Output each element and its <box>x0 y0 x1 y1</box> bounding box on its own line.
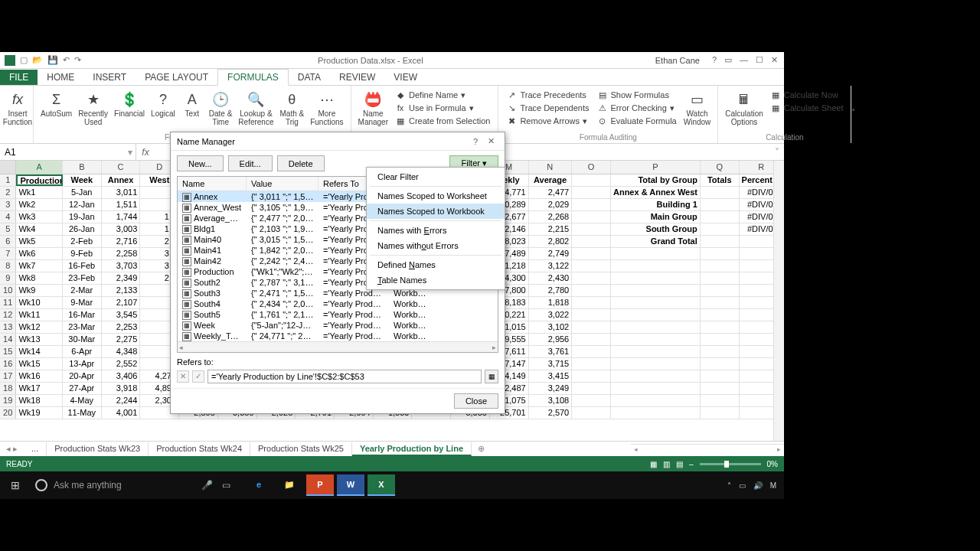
cell[interactable]: Wk11 <box>16 309 62 321</box>
cell[interactable]: 11-May <box>63 407 102 419</box>
view-page-break-icon[interactable]: ▤ <box>676 460 683 468</box>
cell[interactable]: 9-Feb <box>63 248 102 259</box>
refers-to-confirm-icon[interactable]: ✓ <box>192 370 204 383</box>
cell[interactable] <box>701 199 740 210</box>
horizontal-scrollbar[interactable]: ◂▸ <box>631 444 784 455</box>
row-header[interactable]: 9 <box>0 272 16 284</box>
watch-window-button[interactable]: ▭Watch Window <box>681 89 714 128</box>
name-manager-button[interactable]: 📛Name Manager <box>356 89 390 128</box>
cell[interactable]: 2,802 <box>529 236 573 247</box>
column-header[interactable]: N <box>529 161 573 174</box>
cell[interactable]: 1,818 <box>529 297 573 308</box>
define-name-button[interactable]: ◆Define Name▾ <box>392 89 493 101</box>
cell[interactable] <box>701 248 740 259</box>
calculate-now-button[interactable]: ▦Calculate Now <box>767 89 847 101</box>
evaluate-formula-button[interactable]: ⊙Evaluate Formula <box>594 115 680 127</box>
column-header[interactable]: A <box>16 161 62 174</box>
cell[interactable]: 26-Jan <box>63 223 102 235</box>
maximize-icon[interactable]: ☐ <box>756 55 763 65</box>
view-page-layout-icon[interactable]: ▥ <box>663 460 670 468</box>
name-list-item[interactable]: ▦South4{" 2,434 ";" 2,027 ";...='Yearly … <box>178 298 498 309</box>
cell[interactable]: 2,570 <box>529 407 573 419</box>
edit-button[interactable]: Edit... <box>228 155 273 171</box>
dialog-help-icon[interactable]: ? <box>468 137 483 146</box>
row-header[interactable]: 20 <box>0 407 16 419</box>
cell[interactable] <box>611 272 701 284</box>
ribbon-tab-review[interactable]: REVIEW <box>330 70 384 85</box>
use-in-formula-button[interactable]: fxUse in Formula▾ <box>392 102 493 114</box>
cell[interactable]: 2-Feb <box>63 236 102 247</box>
cell[interactable] <box>701 321 740 333</box>
cell[interactable]: 2,477 <box>529 187 573 198</box>
minimize-icon[interactable]: — <box>740 55 748 65</box>
delete-button[interactable]: Delete <box>277 155 325 171</box>
cell[interactable]: 23-Mar <box>63 321 102 333</box>
cell[interactable]: 1,511 <box>102 199 141 210</box>
cell[interactable]: 9-Mar <box>63 297 102 308</box>
cell[interactable] <box>701 309 740 321</box>
cell[interactable] <box>572 395 611 406</box>
row-header[interactable]: 1 <box>0 174 16 186</box>
cell[interactable]: Wk6 <box>16 248 62 259</box>
cell[interactable]: 2,275 <box>102 334 141 345</box>
cell[interactable]: 16-Mar <box>63 309 102 321</box>
cell[interactable]: 3,108 <box>529 395 573 406</box>
filter-with-errors[interactable]: Names with Errors <box>367 223 505 238</box>
add-sheet-button[interactable]: ⊕ <box>472 444 491 454</box>
cell[interactable]: 5-Jan <box>63 187 102 198</box>
refers-to-cancel-icon[interactable]: ✕ <box>177 370 189 383</box>
ribbon-tab-home[interactable]: HOME <box>38 70 83 85</box>
view-normal-icon[interactable]: ▦ <box>650 460 657 468</box>
cell[interactable]: 4-May <box>63 395 102 406</box>
row-header[interactable]: 13 <box>0 321 16 333</box>
sheet-tab[interactable]: Production Stats Wk24 <box>149 442 250 456</box>
cell[interactable]: Wk17 <box>16 383 62 394</box>
list-horizontal-scrollbar[interactable]: ◂▸ <box>178 341 498 352</box>
cell[interactable]: 12-Jan <box>63 199 102 210</box>
autosum-button[interactable]: ΣAutoSum <box>38 89 74 119</box>
filter-clear[interactable]: Clear Filter <box>367 169 505 184</box>
zoom-out-icon[interactable]: – <box>689 460 694 468</box>
cell[interactable] <box>572 199 611 210</box>
row-header[interactable]: 3 <box>0 199 16 210</box>
cell[interactable] <box>701 285 740 296</box>
cell[interactable] <box>611 358 701 370</box>
cell[interactable] <box>701 236 740 247</box>
cell[interactable]: South Group <box>611 223 701 235</box>
cell[interactable]: 2,258 <box>102 248 141 259</box>
cell[interactable] <box>572 309 611 321</box>
refers-to-input[interactable] <box>207 370 482 383</box>
cell[interactable]: Wk12 <box>16 321 62 333</box>
cell[interactable] <box>701 272 740 284</box>
cell[interactable] <box>701 383 740 394</box>
cell[interactable]: 23-Feb <box>63 272 102 284</box>
cell[interactable]: Wk9 <box>16 285 62 296</box>
cell[interactable] <box>572 223 611 235</box>
text-button[interactable]: AText <box>179 89 205 119</box>
cell[interactable]: Production <box>16 174 63 186</box>
cell[interactable]: 2,253 <box>102 321 141 333</box>
more-functions-button[interactable]: ⋯More Functions <box>308 89 345 128</box>
filter-defined-names[interactable]: Defined Names <box>367 257 505 272</box>
help-icon[interactable]: ? <box>712 55 717 65</box>
cell[interactable] <box>572 187 611 198</box>
cell[interactable] <box>572 236 611 247</box>
create-from-selection-button[interactable]: ▦Create from Selection <box>392 115 493 127</box>
name-list-item[interactable]: ▦Week{"5-Jan";"12-Jan";...='Yearly Produ… <box>178 320 498 331</box>
cell[interactable]: 3,918 <box>102 383 141 394</box>
tray-clock[interactable]: M <box>770 481 776 490</box>
collapse-ribbon-icon[interactable]: ˄ <box>851 86 855 143</box>
row-header[interactable]: 16 <box>0 358 16 370</box>
logical-button[interactable]: ?Logical <box>149 89 178 119</box>
dialog-close-icon[interactable]: ✕ <box>483 136 498 146</box>
cell[interactable]: 2-Mar <box>63 285 102 296</box>
cell[interactable] <box>701 346 740 357</box>
cell[interactable] <box>701 297 740 308</box>
column-header[interactable]: O <box>572 161 611 174</box>
name-list-item[interactable]: ▦Weekly_Totals{" 24,771 ";" 20,289 ...='… <box>178 331 498 341</box>
range-picker-icon[interactable]: ▦ <box>485 370 498 383</box>
cell[interactable]: 3,249 <box>529 383 573 394</box>
sheet-nav[interactable]: ◂ ▸ <box>0 444 24 454</box>
cell[interactable] <box>611 248 701 259</box>
cell[interactable] <box>611 346 701 357</box>
